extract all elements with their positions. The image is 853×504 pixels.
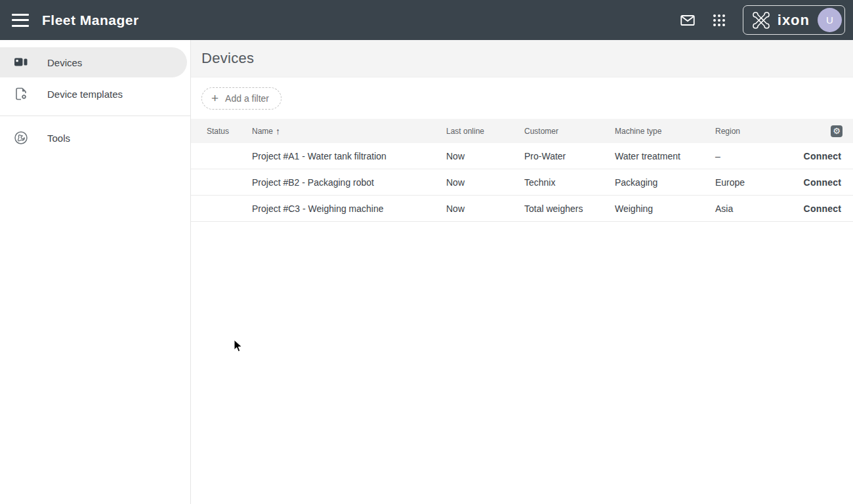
connect-button[interactable]: Connect bbox=[802, 173, 843, 192]
column-header-customer[interactable]: Customer bbox=[524, 127, 615, 136]
column-header-status[interactable]: Status bbox=[207, 127, 252, 136]
hamburger-menu-icon[interactable] bbox=[12, 14, 29, 27]
sidebar-item-tools[interactable]: Tools bbox=[0, 123, 190, 153]
customer: Pro-Water bbox=[524, 151, 615, 161]
last-online: Now bbox=[446, 203, 524, 214]
region: Asia bbox=[715, 203, 794, 214]
add-filter-label: Add a filter bbox=[225, 93, 269, 104]
add-filter-button[interactable]: + Add a filter bbox=[201, 87, 281, 110]
last-online: Now bbox=[446, 151, 524, 161]
device-templates-icon bbox=[13, 86, 29, 102]
machine-type: Packaging bbox=[615, 177, 715, 188]
apps-grid-icon[interactable] bbox=[706, 7, 732, 33]
devices-icon bbox=[13, 54, 29, 70]
column-header-last-online[interactable]: Last online bbox=[446, 127, 524, 136]
connect-button[interactable]: Connect bbox=[802, 200, 843, 218]
machine-type: Weighing bbox=[615, 203, 715, 214]
sidebar-item-label: Tools bbox=[47, 133, 70, 144]
device-name: Project #A1 - Water tank filtration bbox=[252, 151, 446, 161]
app-title: Fleet Manager bbox=[42, 12, 139, 28]
filter-bar: + Add a filter bbox=[191, 77, 853, 119]
page-header: Devices bbox=[191, 40, 853, 77]
sidebar: Devices Device templates bbox=[0, 40, 191, 504]
sidebar-item-label: Device templates bbox=[47, 89, 123, 100]
table-row[interactable]: Project #B2 - Packaging robot Now Techni… bbox=[191, 169, 853, 196]
table-header-row: Status Name ↑ Last online Customer Machi… bbox=[191, 119, 853, 143]
account-menu[interactable]: ixon U bbox=[743, 5, 845, 35]
region: Europe bbox=[715, 177, 794, 188]
sidebar-divider bbox=[0, 116, 190, 116]
avatar[interactable]: U bbox=[818, 8, 842, 32]
page-title: Devices bbox=[201, 50, 254, 67]
device-name: Project #C3 - Weighing machine bbox=[252, 203, 446, 214]
mail-icon[interactable] bbox=[675, 7, 701, 33]
column-header-name[interactable]: Name ↑ bbox=[252, 126, 446, 136]
column-settings-icon[interactable]: ⚙ bbox=[831, 125, 843, 137]
topbar: Fleet Manager ixon U bbox=[0, 0, 853, 40]
brand-name: ixon bbox=[778, 12, 810, 29]
table-row[interactable]: Project #C3 - Weighing machine Now Total… bbox=[191, 196, 853, 222]
connect-button[interactable]: Connect bbox=[802, 147, 843, 165]
sidebar-item-label: Devices bbox=[47, 57, 82, 68]
table-row[interactable]: Project #A1 - Water tank filtration Now … bbox=[191, 143, 853, 169]
column-header-region[interactable]: Region bbox=[715, 127, 794, 136]
column-header-machine-type[interactable]: Machine type bbox=[615, 127, 715, 136]
main-content: Devices + Add a filter Status Name ↑ Las… bbox=[191, 40, 853, 504]
customer: Technix bbox=[524, 177, 615, 188]
machine-type: Water treatment bbox=[615, 151, 715, 161]
customer: Total weighers bbox=[524, 203, 615, 214]
device-name: Project #B2 - Packaging robot bbox=[252, 177, 446, 188]
sort-asc-icon: ↑ bbox=[276, 126, 280, 136]
tools-icon bbox=[13, 130, 29, 146]
devices-table: Status Name ↑ Last online Customer Machi… bbox=[191, 119, 853, 222]
last-online: Now bbox=[446, 177, 524, 188]
sidebar-item-device-templates[interactable]: Device templates bbox=[0, 79, 190, 109]
region: – bbox=[715, 151, 794, 161]
ixon-logo-icon bbox=[750, 9, 772, 32]
plus-icon: + bbox=[211, 92, 218, 104]
sidebar-item-devices[interactable]: Devices bbox=[0, 47, 187, 77]
